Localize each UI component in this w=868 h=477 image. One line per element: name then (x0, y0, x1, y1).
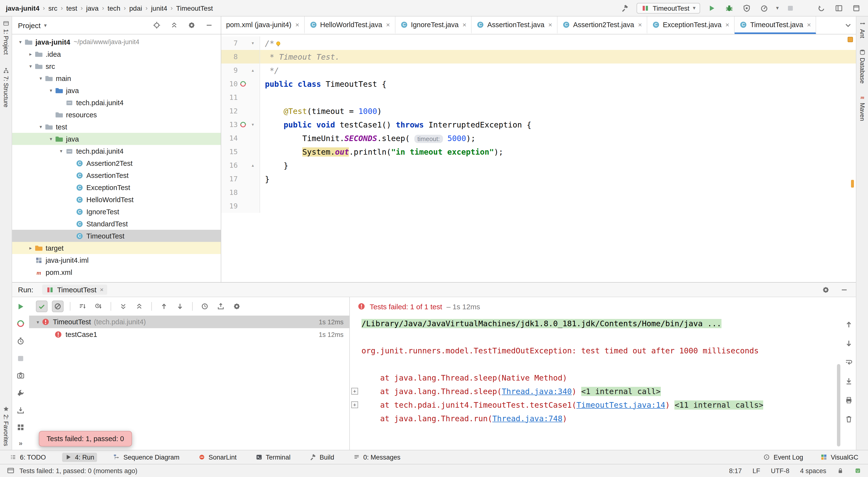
scroll-end-button[interactable] (843, 375, 855, 387)
collapse-all-button[interactable] (168, 20, 180, 31)
editor-line[interactable]: 10public class TimeoutTest { (221, 77, 856, 91)
editor-line[interactable]: 15 System.out.println("in timeout except… (221, 145, 856, 159)
tool-window-button-database[interactable]: Database (859, 49, 866, 83)
debug-button[interactable] (724, 2, 735, 14)
expand-all-button[interactable] (117, 301, 129, 312)
editor-tab[interactable]: CAssertionTest.java× (472, 16, 558, 34)
editor-tab[interactable]: CTimeoutTest.java× (735, 16, 816, 34)
maximize-button[interactable] (850, 2, 862, 14)
tool-window-bar-visualgc[interactable]: VisualGC (817, 452, 861, 462)
breadcrumb-item[interactable]: junit4 (151, 4, 167, 12)
editor-tab[interactable]: pom.xml (java-junit4)× (221, 16, 305, 34)
editor-line[interactable]: 8 * Timeout Test. (221, 50, 856, 64)
project-tree-item[interactable]: resources (12, 109, 221, 121)
collapse-all-button[interactable] (133, 301, 145, 312)
project-tree-item[interactable]: tech.pdai.junit4 (12, 97, 221, 109)
expand-arrow-icon[interactable]: ▸ (26, 52, 35, 57)
run-fail-icon[interactable] (240, 121, 246, 128)
close-icon[interactable]: × (100, 286, 103, 293)
hide-button[interactable] (203, 20, 215, 31)
console-fold-icon[interactable]: + (351, 401, 358, 408)
editor-tab[interactable]: CExceptionTest.java× (647, 16, 735, 34)
grid-button[interactable] (15, 422, 26, 433)
editor-line[interactable]: 19 (221, 199, 856, 213)
run-config-select[interactable]: TimeoutTest ▾ (637, 3, 701, 13)
more-options-button[interactable]: » (19, 439, 23, 447)
expand-arrow-icon[interactable]: ▾ (57, 148, 65, 154)
editor-line[interactable]: 11 (221, 91, 856, 104)
project-tree-item[interactable]: CTimeoutTest (12, 230, 221, 242)
run-panel-tab[interactable]: TimeoutTest × (42, 284, 107, 295)
tool-window-bar-6-todo[interactable]: 6: TODO (7, 452, 49, 462)
expand-arrow-icon[interactable]: ▾ (36, 76, 45, 81)
stacktrace-link[interactable]: TimeoutTest.java:14 (577, 400, 665, 409)
tool-window-bar-terminal[interactable]: Terminal (252, 452, 293, 462)
tool-window-bar-4-run[interactable]: 4: Run (62, 452, 97, 462)
locate-button[interactable] (151, 20, 162, 31)
editor-line[interactable]: 12 @Test(timeout = 1000) (221, 104, 856, 118)
expand-arrow-icon[interactable]: ▾ (26, 64, 35, 69)
close-icon[interactable]: × (725, 21, 729, 28)
breadcrumb-item[interactable]: test (66, 4, 77, 12)
project-tree-item[interactable]: ▸.idea (12, 48, 221, 60)
expand-arrow-icon[interactable]: ▸ (26, 245, 35, 251)
project-tree-item[interactable]: CStandardTest (12, 218, 221, 230)
prev-failed-button[interactable] (843, 318, 855, 330)
tool-window-button-1-project[interactable]: 1: Project (2, 20, 9, 55)
history-button[interactable] (199, 301, 211, 312)
expand-arrow-icon[interactable]: ▾ (16, 39, 25, 44)
expand-arrow-icon[interactable]: ▾ (36, 124, 45, 129)
project-tree-item[interactable]: ▾java (12, 84, 221, 97)
chevron-down-icon[interactable]: ▾ (776, 5, 779, 11)
tool-window-button-ant[interactable]: Ant (859, 20, 866, 38)
play-button[interactable] (706, 2, 718, 14)
error-stripe-mark[interactable] (851, 180, 854, 188)
project-tree-item[interactable]: CExceptionTest (12, 181, 221, 194)
next-failed-button[interactable] (174, 301, 186, 312)
stop-button[interactable] (784, 2, 796, 14)
window-switcher-icon[interactable] (7, 467, 14, 475)
export-button[interactable] (215, 301, 226, 312)
chevron-down-icon[interactable]: ▾ (44, 22, 46, 28)
show-passed-button[interactable] (36, 301, 48, 312)
tool-window-button-maven[interactable]: mMaven (859, 94, 866, 121)
lock-icon[interactable] (837, 467, 844, 474)
breadcrumb-item[interactable]: src (48, 4, 57, 12)
line-separator[interactable]: LF (752, 467, 760, 474)
stacktrace-link[interactable]: Thread.java:340 (502, 386, 572, 396)
close-icon[interactable]: × (638, 21, 642, 28)
project-panel-title[interactable]: Project (18, 21, 40, 29)
settings-button[interactable] (186, 20, 197, 31)
import-tray-button[interactable] (15, 405, 26, 416)
editor-line[interactable]: 13▾ public void testCase1() throws Inter… (221, 118, 856, 131)
project-tree-item[interactable]: ▾tech.pdai.junit4 (12, 145, 221, 157)
editor-code[interactable]: 7▾/*8 * Timeout Test.9▴ */10public class… (221, 34, 856, 282)
hide-button[interactable] (838, 284, 850, 296)
hidden-tabs-chevron[interactable] (840, 16, 856, 34)
run-test-gutter-icon[interactable] (238, 80, 248, 87)
tool-window-bar-event-log[interactable]: Event Log (761, 452, 806, 462)
file-encoding[interactable]: UTF-8 (771, 467, 789, 474)
caret-position[interactable]: 8:17 (729, 467, 742, 474)
project-tree-item[interactable]: ▸target (12, 242, 221, 254)
print-button[interactable] (843, 394, 855, 406)
test-tree-item[interactable]: testCase11s 12ms (29, 328, 349, 341)
breadcrumb-item[interactable]: pdai (129, 4, 142, 12)
profiler-button[interactable] (758, 2, 770, 14)
settings-button[interactable] (231, 301, 243, 312)
tool-window-bar-sonarlint[interactable]: SonarLint (195, 452, 240, 462)
tool-window-bar-0-messages[interactable]: 0: Messages (350, 452, 403, 462)
editor-line[interactable]: 17} (221, 172, 856, 186)
trash-button[interactable] (843, 413, 855, 424)
close-icon[interactable]: × (462, 21, 466, 28)
next-failed-button[interactable] (843, 337, 855, 349)
breadcrumb-item[interactable]: TimeoutTest (176, 4, 213, 12)
tool-window-bar-sequence-diagram[interactable]: Sequence Diagram (111, 452, 182, 462)
project-tree-item[interactable]: CIgnoreTest (12, 206, 221, 218)
console-fold-icon[interactable]: + (351, 388, 358, 395)
rerun-button[interactable] (15, 301, 26, 312)
editor-line[interactable]: 16▴ } (221, 159, 856, 172)
stop-button[interactable] (15, 353, 26, 364)
project-tree-item[interactable]: ▾src (12, 60, 221, 72)
project-tree-item[interactable]: mpom.xml (12, 266, 221, 278)
